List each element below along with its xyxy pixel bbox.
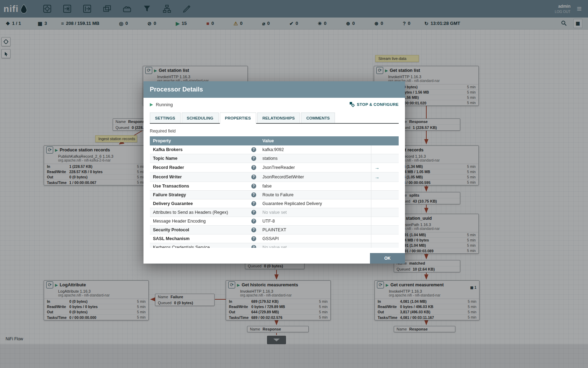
property-name: Kerberos Credentials Service bbox=[153, 245, 210, 248]
processor-details-dialog: Processor Details ▶ Running STOP & CONFI… bbox=[144, 81, 405, 264]
stop-configure-icon bbox=[349, 102, 355, 107]
property-value: false bbox=[259, 182, 371, 191]
property-row: ?Topic Name stations bbox=[150, 154, 399, 163]
property-value: No value set bbox=[259, 243, 371, 248]
property-row: ?Kafka Brokers kafka:9092 bbox=[150, 145, 399, 154]
dialog-title: Processor Details bbox=[144, 81, 405, 98]
property-row: ?Security Protocol PLAINTEXT bbox=[150, 226, 399, 234]
help-icon[interactable]: ? bbox=[251, 219, 256, 224]
help-icon[interactable]: ? bbox=[251, 236, 256, 241]
property-value: Route to Failure bbox=[259, 191, 371, 199]
property-row: ?Attributes to Send as Headers (Regex) N… bbox=[150, 208, 399, 217]
help-icon[interactable]: ? bbox=[251, 227, 256, 232]
help-icon[interactable]: ? bbox=[251, 192, 256, 197]
property-name: Record Writer bbox=[153, 175, 182, 179]
property-row: ?Failure Strategy Route to Failure bbox=[150, 191, 399, 199]
properties-table: Property Value ?Kafka Brokers kafka:9092… bbox=[150, 136, 399, 248]
property-row: ?Delivery Guarantee Guarantee Replicated… bbox=[150, 199, 399, 208]
column-property: Property bbox=[150, 136, 259, 145]
help-icon[interactable]: ? bbox=[251, 201, 256, 206]
help-icon[interactable]: ? bbox=[251, 156, 256, 161]
property-value: PLAINTEXT bbox=[259, 226, 371, 234]
property-name: Security Protocol bbox=[153, 227, 189, 232]
running-status-icon: ▶ bbox=[150, 102, 153, 107]
property-row: ?Message Header Encoding UTF-8 bbox=[150, 217, 399, 226]
property-value: Guarantee Replicated Delivery bbox=[259, 199, 371, 208]
property-value: GSSAPI bbox=[259, 234, 371, 243]
dialog-status-row: ▶ Running STOP & CONFIGURE bbox=[144, 98, 405, 111]
tab-scheduling[interactable]: SCHEDULING bbox=[182, 113, 219, 123]
property-name: Kafka Brokers bbox=[153, 147, 183, 152]
property-name: Failure Strategy bbox=[153, 192, 186, 197]
property-name: Message Header Encoding bbox=[153, 219, 206, 224]
property-value: JsonTreeReader bbox=[259, 163, 371, 172]
property-row: ?SASL Mechanism GSSAPI bbox=[150, 234, 399, 243]
stop-and-configure-button[interactable]: STOP & CONFIGURE bbox=[349, 102, 399, 107]
help-icon[interactable]: ? bbox=[251, 245, 256, 248]
column-value: Value bbox=[259, 136, 399, 145]
go-to-service-icon[interactable]: → bbox=[374, 174, 379, 180]
property-name: Topic Name bbox=[153, 156, 177, 161]
property-row: ?Record Reader JsonTreeReader → bbox=[150, 163, 399, 172]
property-name: Record Reader bbox=[153, 165, 184, 170]
property-row: ?Kerberos Credentials Service No value s… bbox=[150, 243, 399, 248]
tab-comments[interactable]: COMMENTS bbox=[301, 113, 335, 123]
property-name: SASL Mechanism bbox=[153, 236, 190, 241]
tab-settings[interactable]: SETTINGS bbox=[150, 113, 181, 123]
tab-properties[interactable]: PROPERTIES bbox=[220, 113, 256, 124]
ok-button[interactable]: OK bbox=[370, 253, 405, 264]
property-value: UTF-8 bbox=[259, 217, 371, 226]
property-name: Use Transactions bbox=[153, 184, 189, 189]
help-icon[interactable]: ? bbox=[251, 210, 256, 215]
property-value: No value set bbox=[259, 208, 371, 217]
dialog-tabs: SETTINGS SCHEDULING PROPERTIES RELATIONS… bbox=[150, 113, 399, 124]
run-state-text: Running bbox=[156, 102, 173, 107]
property-value: kafka:9092 bbox=[259, 145, 371, 154]
tab-relationships[interactable]: RELATIONSHIPS bbox=[257, 113, 300, 123]
required-field-note: Required field bbox=[150, 129, 399, 134]
help-icon[interactable]: ? bbox=[251, 184, 256, 189]
property-row: ?Record Writer JsonRecordSetWriter → bbox=[150, 172, 399, 182]
property-name: Attributes to Send as Headers (Regex) bbox=[153, 210, 228, 215]
property-value: JsonRecordSetWriter bbox=[259, 172, 371, 182]
property-value: stations bbox=[259, 154, 371, 163]
property-row: ?Use Transactions false bbox=[150, 182, 399, 191]
go-to-service-icon[interactable]: → bbox=[374, 165, 379, 170]
help-icon[interactable]: ? bbox=[251, 147, 256, 152]
help-icon[interactable]: ? bbox=[251, 175, 256, 179]
stop-configure-label: STOP & CONFIGURE bbox=[357, 102, 399, 107]
property-name: Delivery Guarantee bbox=[153, 201, 193, 206]
help-icon[interactable]: ? bbox=[251, 165, 256, 170]
